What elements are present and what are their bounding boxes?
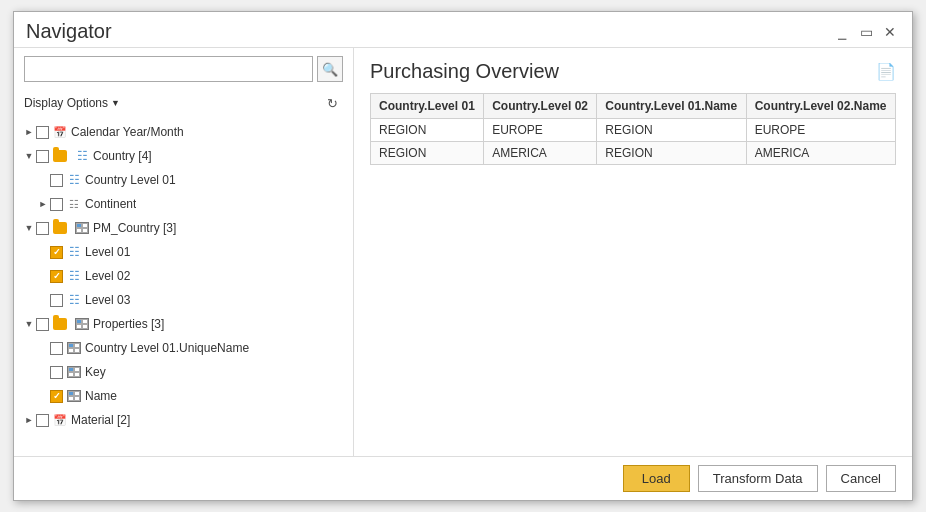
- expander-calendar[interactable]: ►: [22, 125, 36, 139]
- load-button[interactable]: Load: [623, 465, 690, 492]
- hierarchy-country-icon: ☷: [74, 148, 90, 164]
- table-cell: EUROPE: [484, 119, 597, 142]
- tree-item-country-level01[interactable]: ☷ Country Level 01: [14, 168, 353, 192]
- expander-empty-5: [36, 341, 50, 355]
- tree-label-country-unique: Country Level 01.UniqueName: [85, 341, 249, 355]
- checkbox-country[interactable]: [36, 150, 49, 163]
- expander-empty-4: [36, 293, 50, 307]
- display-options-button[interactable]: Display Options ▼: [24, 96, 120, 110]
- expander-pm-country[interactable]: ▼: [22, 221, 36, 235]
- table-properties-icon: [74, 316, 90, 332]
- col-header-0: Country.Level 01: [371, 94, 484, 119]
- main-content: 🔍 Display Options ▼ ↻ ► 📅: [14, 47, 912, 456]
- expander-empty-3: [36, 269, 50, 283]
- table-row: REGIONAMERICAREGIONAMERICA: [371, 142, 896, 165]
- tree-label-key: Key: [85, 365, 106, 379]
- tree-label-calendar: Calendar Year/Month: [71, 125, 184, 139]
- table-key-icon: [66, 364, 82, 380]
- tree-item-level01[interactable]: ☷ Level 01: [14, 240, 353, 264]
- tree-item-continent[interactable]: ► ☷ Continent: [14, 192, 353, 216]
- tree-scroll-area: ► 📅 Calendar Year/Month ▼: [14, 118, 353, 434]
- calendar-material-icon: 📅: [52, 412, 68, 428]
- tree-item-country-unique[interactable]: Country Level 01.UniqueName: [14, 336, 353, 360]
- table-header-row: Country.Level 01 Country.Level 02 Countr…: [371, 94, 896, 119]
- refresh-button[interactable]: ↻: [321, 92, 343, 114]
- close-button[interactable]: ✕: [880, 22, 900, 42]
- expander-empty: [36, 173, 50, 187]
- checkbox-key[interactable]: [50, 366, 63, 379]
- col-header-3: Country.Level 02.Name: [746, 94, 895, 119]
- hierarchy-lv01-icon: ☷: [66, 244, 82, 260]
- search-bar: 🔍: [14, 48, 353, 90]
- tree-item-level03[interactable]: ☷ Level 03: [14, 288, 353, 312]
- tree-label-continent: Continent: [85, 197, 136, 211]
- tree-item-material[interactable]: ► 📅 Material [2]: [14, 408, 353, 432]
- tree-label-properties: Properties [3]: [93, 317, 164, 331]
- tree-label-material: Material [2]: [71, 413, 130, 427]
- tree-label-country: Country [4]: [93, 149, 152, 163]
- dialog-title: Navigator: [26, 20, 112, 43]
- search-button[interactable]: 🔍: [317, 56, 343, 82]
- checkbox-pm-country[interactable]: [36, 222, 49, 235]
- expander-material[interactable]: ►: [22, 413, 36, 427]
- tree-label-pm-country: PM_Country [3]: [93, 221, 176, 235]
- tree-item-pm-country[interactable]: ▼ PM_Country [3]: [14, 216, 353, 240]
- checkbox-level03[interactable]: [50, 294, 63, 307]
- hierarchy-level01-icon: ☷: [66, 172, 82, 188]
- table-pm-country-icon: [74, 220, 90, 236]
- minimize-button[interactable]: ⎯: [832, 22, 852, 42]
- checkbox-name[interactable]: [50, 390, 63, 403]
- search-input[interactable]: [24, 56, 313, 82]
- table-cell: REGION: [597, 119, 746, 142]
- checkbox-continent[interactable]: [50, 198, 63, 211]
- calendar-icon: 📅: [52, 124, 68, 140]
- hierarchy-lv02-icon: ☷: [66, 268, 82, 284]
- checkbox-country-unique[interactable]: [50, 342, 63, 355]
- expander-continent[interactable]: ►: [36, 197, 50, 211]
- table-cell: EUROPE: [746, 119, 895, 142]
- title-bar: Navigator ⎯ ▭ ✕: [14, 12, 912, 47]
- window-controls: ⎯ ▭ ✕: [832, 22, 900, 42]
- preview-header: Purchasing Overview 📄: [370, 60, 896, 83]
- checkbox-level02[interactable]: [50, 270, 63, 283]
- right-panel: Purchasing Overview 📄 Country.Level 01 C…: [354, 48, 912, 456]
- tree-label-name: Name: [85, 389, 117, 403]
- checkbox-properties[interactable]: [36, 318, 49, 331]
- preview-options-button[interactable]: 📄: [876, 62, 896, 81]
- table-cell: REGION: [597, 142, 746, 165]
- folder-properties-icon: [52, 316, 68, 332]
- tree-label-country-level01: Country Level 01: [85, 173, 176, 187]
- preview-title: Purchasing Overview: [370, 60, 559, 83]
- tree-item-name[interactable]: Name: [14, 384, 353, 408]
- display-options-label: Display Options: [24, 96, 108, 110]
- tree-container[interactable]: ► 📅 Calendar Year/Month ▼: [14, 118, 353, 456]
- maximize-button[interactable]: ▭: [856, 22, 876, 42]
- checkbox-material[interactable]: [36, 414, 49, 427]
- table-row: REGIONEUROPEREGIONEUROPE: [371, 119, 896, 142]
- checkbox-calendar[interactable]: [36, 126, 49, 139]
- table-cell: AMERICA: [746, 142, 895, 165]
- cancel-button[interactable]: Cancel: [826, 465, 896, 492]
- table-cell: AMERICA: [484, 142, 597, 165]
- tree-label-level01: Level 01: [85, 245, 130, 259]
- bottom-bar: Load Transform Data Cancel: [14, 456, 912, 500]
- col-header-2: Country.Level 01.Name: [597, 94, 746, 119]
- expander-empty-6: [36, 365, 50, 379]
- checkbox-country-level01[interactable]: [50, 174, 63, 187]
- tree-item-calendar[interactable]: ► 📅 Calendar Year/Month: [14, 120, 353, 144]
- table-unique-icon: [66, 340, 82, 356]
- tree-item-country[interactable]: ▼ ☷ Country [4]: [14, 144, 353, 168]
- expander-properties[interactable]: ▼: [22, 317, 36, 331]
- tree-item-level02[interactable]: ☷ Level 02: [14, 264, 353, 288]
- col-header-1: Country.Level 02: [484, 94, 597, 119]
- checkbox-level01[interactable]: [50, 246, 63, 259]
- transform-button[interactable]: Transform Data: [698, 465, 818, 492]
- tree-item-properties[interactable]: ▼ Properties [3]: [14, 312, 353, 336]
- expander-country[interactable]: ▼: [22, 149, 36, 163]
- folder-pm-country-icon: [52, 220, 68, 236]
- expander-empty-7: [36, 389, 50, 403]
- tree-item-key[interactable]: Key: [14, 360, 353, 384]
- data-table: Country.Level 01 Country.Level 02 Countr…: [370, 93, 896, 165]
- table-cell: REGION: [371, 119, 484, 142]
- hierarchy-lv03-icon: ☷: [66, 292, 82, 308]
